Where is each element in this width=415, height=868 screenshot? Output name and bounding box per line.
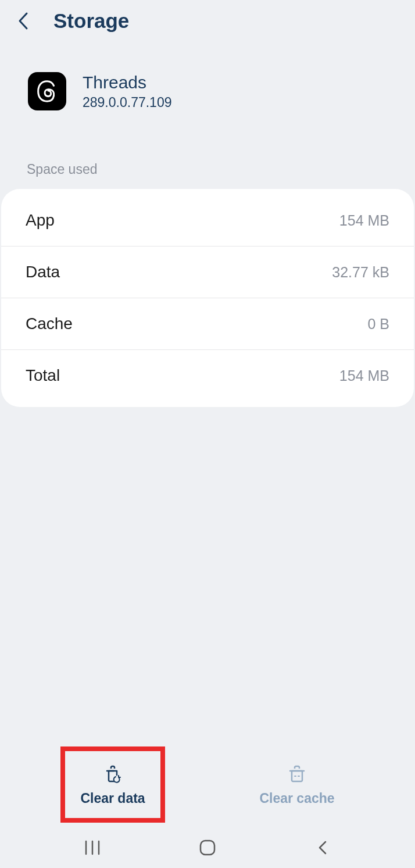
clear-data-label: Clear data [80,791,145,806]
nav-home[interactable] [193,836,222,859]
clear-cache-button[interactable]: Clear cache [242,749,352,820]
chevron-left-icon [17,11,29,31]
row-total: Total 154 MB [1,350,414,401]
row-app-label: App [26,211,55,230]
storage-card: App 154 MB Data 32.77 kB Cache 0 B Total… [1,189,414,407]
row-total-label: Total [26,366,60,385]
app-name: Threads [83,73,171,92]
row-data: Data 32.77 kB [1,247,414,298]
nav-back-icon [317,840,328,856]
row-data-value: 32.77 kB [332,264,389,281]
row-data-label: Data [26,263,60,281]
row-app: App 154 MB [1,195,414,247]
row-app-value: 154 MB [339,212,389,229]
nav-recents[interactable] [78,836,107,859]
page-title: Storage [53,9,129,33]
home-icon [198,838,217,857]
nav-back[interactable] [308,836,337,859]
app-info: Threads 289.0.0.77.109 [0,42,415,136]
nav-bar [0,827,415,868]
threads-icon [34,78,60,105]
recents-icon [84,840,101,855]
app-version: 289.0.0.77.109 [83,95,171,110]
clear-data-icon [102,763,123,784]
header: Storage [0,0,415,42]
back-button[interactable] [12,9,35,33]
clear-cache-label: Clear cache [259,791,334,806]
section-title: Space used [0,136,415,189]
row-total-value: 154 MB [339,367,389,384]
bottom-actions: Clear data Clear cache [0,749,415,820]
row-cache-value: 0 B [367,316,389,333]
app-details: Threads 289.0.0.77.109 [83,73,171,110]
app-icon [28,72,66,110]
row-cache-label: Cache [26,315,73,333]
row-cache: Cache 0 B [1,298,414,350]
clear-cache-icon [287,763,307,784]
svg-rect-1 [201,841,214,855]
clear-data-button[interactable]: Clear data [63,749,162,820]
